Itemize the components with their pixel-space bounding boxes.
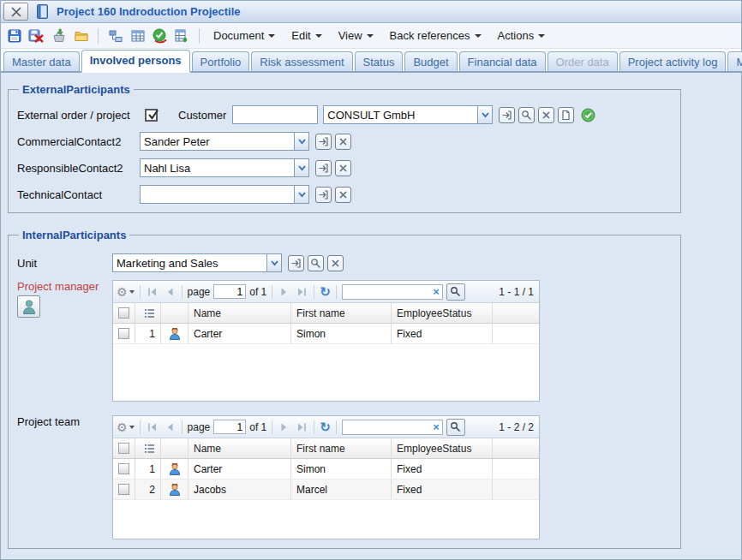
structure-icon[interactable] (107, 27, 123, 44)
last-page-button[interactable] (295, 420, 308, 434)
menu-actions-label: Actions (498, 29, 535, 42)
team-page-input[interactable] (213, 420, 246, 434)
tab-status[interactable]: Status (355, 51, 404, 71)
tab-master-data[interactable]: Master data (3, 51, 80, 71)
next-page-button[interactable] (278, 420, 291, 434)
table-row[interactable]: 2 Jacobs Marcel Fixed (113, 480, 539, 500)
first-name-column-header[interactable]: First name (291, 438, 392, 458)
clear-search-icon[interactable]: × (432, 420, 440, 433)
goto-icon (290, 258, 302, 269)
grid-settings-button[interactable]: ⚙ (117, 286, 135, 298)
last-page-button[interactable] (295, 285, 308, 299)
team-grid-toolbar: ⚙ page of 1 ↻ (113, 416, 539, 438)
table-row[interactable]: 1 Carter Simon Fixed (113, 324, 539, 344)
menu-edit[interactable]: Edit (286, 27, 326, 45)
customer-input[interactable] (232, 105, 318, 124)
unit-label: Unit (17, 257, 112, 270)
name-column-header[interactable]: Name (188, 303, 291, 323)
icon-column-header[interactable] (161, 438, 188, 458)
approve-icon[interactable] (152, 27, 168, 44)
manager-grid-count: 1 - 1 / 1 (499, 286, 534, 298)
table-view-icon[interactable] (129, 27, 146, 44)
commercial-contact-clear-button[interactable] (335, 134, 351, 150)
menu-back-references-label: Back references (390, 29, 470, 42)
commercial-contact-select[interactable]: Sander Peter (140, 132, 309, 151)
tab-risk-assessment[interactable]: Risk assessment (251, 51, 352, 71)
tab-financial-data[interactable]: Financial data (459, 51, 546, 71)
tab-content: ExternalParticipants External order / pr… (1, 73, 741, 559)
table-row[interactable]: 1 Carter Simon Fixed (113, 459, 539, 480)
manager-page-input[interactable] (213, 284, 246, 299)
customer-select[interactable]: CONSULT GmbH (323, 105, 493, 124)
open-folder-icon[interactable] (73, 27, 89, 44)
select-all-checkbox[interactable] (113, 303, 135, 323)
add-project-manager-button[interactable] (17, 295, 40, 318)
menu-document[interactable]: Document (208, 27, 280, 45)
row-number-column-header[interactable] (135, 438, 161, 458)
team-grid-empty-area (113, 500, 539, 539)
menu-back-references[interactable]: Back references (385, 27, 487, 45)
save-icon[interactable] (6, 27, 22, 44)
external-order-checkbox[interactable] (145, 109, 158, 122)
tab-portfolio[interactable]: Portfolio (192, 51, 250, 71)
unit-search-button[interactable] (308, 255, 324, 271)
close-button[interactable] (3, 3, 28, 21)
manager-grid-search-input[interactable] (344, 286, 432, 298)
first-name-column-header[interactable]: First name (291, 303, 392, 323)
next-page-button[interactable] (278, 285, 291, 299)
tab-budget[interactable]: Budget (404, 51, 457, 71)
responsible-contact-clear-button[interactable] (335, 160, 351, 176)
menu-actions[interactable]: Actions (493, 27, 551, 45)
first-page-button[interactable] (146, 285, 159, 299)
close-icon (338, 190, 348, 200)
team-grid-search-button[interactable] (446, 419, 465, 436)
tab-involved-persons[interactable]: Involved persons (81, 50, 190, 73)
prev-page-button[interactable] (163, 420, 177, 434)
responsible-contact-select[interactable]: Nahl Lisa (140, 158, 309, 177)
chevron-down-icon[interactable] (294, 159, 308, 176)
import-basket-icon[interactable] (51, 27, 67, 44)
row-number-column-header[interactable] (135, 303, 161, 323)
chevron-down-icon[interactable] (266, 254, 281, 271)
next-page-icon (280, 287, 289, 297)
technical-contact-select[interactable] (140, 185, 309, 204)
employee-status-column-header[interactable]: EmployeeStatus (392, 438, 493, 458)
commercial-contact-goto-button[interactable] (315, 134, 332, 150)
chevron-down-icon[interactable] (294, 133, 308, 150)
tab-misc[interactable]: Misc (727, 51, 742, 71)
team-grid-search: × (342, 420, 443, 435)
commercial-contact-value: Sander Peter (141, 133, 294, 150)
customer-search-button[interactable] (518, 107, 535, 123)
refresh-button[interactable]: ↻ (320, 420, 331, 433)
team-grid-search-input[interactable] (344, 421, 432, 433)
unit-select[interactable]: Marketing and Sales (112, 253, 282, 272)
first-page-button[interactable] (146, 420, 159, 434)
delete-document-icon[interactable] (28, 27, 45, 44)
tab-project-activity-log[interactable]: Project activity log (619, 51, 727, 71)
chevron-down-icon[interactable] (477, 106, 492, 123)
customer-clear-button[interactable] (538, 107, 554, 123)
unit-goto-button[interactable] (288, 255, 304, 271)
chevron-down-icon (129, 290, 135, 294)
export-table-icon[interactable] (174, 27, 190, 44)
employee-status-column-header[interactable]: EmployeeStatus (392, 303, 493, 323)
name-column-header[interactable]: Name (188, 438, 291, 458)
manager-grid-search-button[interactable] (446, 283, 465, 301)
row-checkbox[interactable] (113, 480, 135, 499)
prev-page-button[interactable] (163, 285, 177, 299)
clear-search-icon[interactable]: × (432, 285, 440, 298)
responsible-contact-goto-button[interactable] (315, 160, 332, 176)
refresh-button[interactable]: ↻ (320, 285, 331, 298)
technical-contact-clear-button[interactable] (335, 187, 351, 203)
row-checkbox[interactable] (113, 324, 135, 343)
technical-contact-goto-button[interactable] (315, 187, 332, 203)
unit-clear-button[interactable] (327, 255, 344, 271)
grid-settings-button[interactable]: ⚙ (117, 421, 135, 433)
icon-column-header[interactable] (161, 303, 188, 323)
chevron-down-icon[interactable] (294, 186, 308, 203)
menu-view[interactable]: View (333, 27, 379, 45)
select-all-checkbox[interactable] (113, 438, 135, 458)
customer-new-button[interactable] (558, 107, 574, 123)
row-checkbox[interactable] (113, 459, 135, 479)
customer-goto-button[interactable] (499, 107, 515, 123)
